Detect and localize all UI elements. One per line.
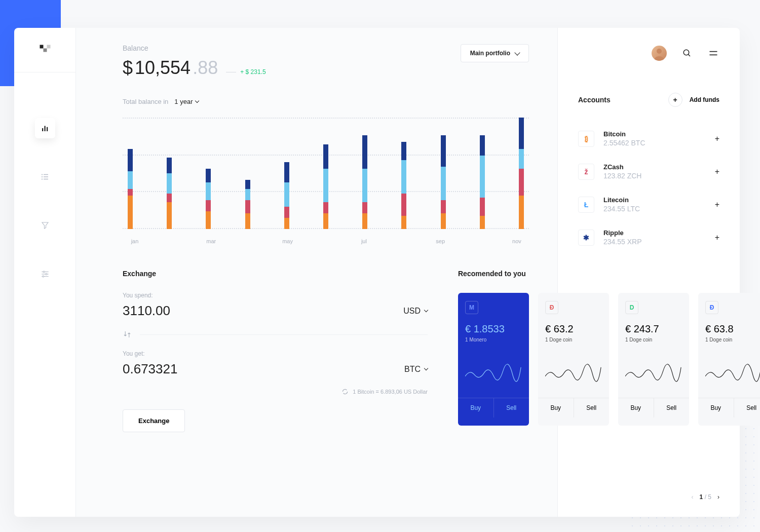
period-row: Total balance in 1 year [123, 98, 529, 105]
account-add[interactable]: + [715, 167, 719, 176]
svg-point-15 [45, 274, 47, 275]
svg-rect-9 [44, 176, 48, 177]
balance-label: Balance [123, 44, 266, 52]
balance-chart: janmarmayjulsepnov [123, 118, 529, 244]
spend-currency-select[interactable]: USD [403, 307, 428, 316]
sidebar-item-list[interactable] [35, 167, 55, 187]
period-value: 1 year [174, 98, 193, 105]
svg-line-20 [688, 54, 690, 56]
card-price: € 1.8533 [465, 323, 522, 335]
swap-icon[interactable] [123, 330, 132, 339]
chevron-down-icon [195, 99, 199, 103]
account-row[interactable]: ₿ Bitcoin 2.55462 BTC + [578, 122, 719, 155]
svg-rect-2 [47, 45, 50, 48]
top-right-bar [578, 44, 719, 62]
account-row[interactable]: ž ZCash 123.82 ZCH + [578, 155, 719, 188]
account-name: Litecoin [603, 196, 706, 204]
price-card[interactable]: M € 1.8533 1 Monero Buy Sell [458, 293, 529, 426]
add-funds-button[interactable]: + Add funds [668, 93, 719, 107]
account-value: 234.55 XRP [603, 238, 706, 246]
sidebar-item-dashboard[interactable] [35, 118, 55, 138]
get-label: You get: [123, 350, 428, 357]
menu-button[interactable] [707, 47, 719, 59]
sell-button[interactable]: Sell [654, 398, 690, 417]
balance-integer: 10,554 [135, 57, 191, 79]
currency-symbol: $ [123, 57, 133, 79]
account-add[interactable]: + [715, 233, 719, 242]
chevron-down-icon [424, 366, 428, 370]
price-card[interactable]: Ð € 63.8 1 Doge coin Buy Sell [698, 293, 760, 426]
account-row[interactable]: Ł Litecoin 234.55 LTC + [578, 188, 719, 221]
buy-button[interactable]: Buy [538, 398, 574, 417]
content: Balance $ 10,554.88 + $ 231.5 Main portf… [76, 28, 557, 517]
svg-rect-5 [47, 127, 48, 131]
card-price: € 63.8 [705, 323, 760, 335]
portfolio-dropdown[interactable]: Main portfolio [461, 44, 529, 62]
spend-label: You spend: [123, 292, 428, 299]
exchange-rate-note: 1 Bitcoin = 6.893,06 US Dollar [123, 388, 428, 395]
rate-text: 1 Bitcoin = 6.893,06 US Dollar [353, 389, 428, 395]
sell-button[interactable]: Sell [494, 398, 529, 417]
spend-value[interactable]: 3110.00 [123, 303, 170, 319]
balance-change: + $ 231.5 [240, 68, 265, 75]
sell-button[interactable]: Sell [574, 398, 610, 417]
chart-bar [519, 118, 524, 229]
sliders-icon [41, 270, 50, 279]
chart-bar [401, 142, 406, 229]
right-panel: Accounts + Add funds ₿ Bitcoin 2.55462 B… [557, 28, 740, 517]
pager-next[interactable]: › [717, 493, 719, 501]
sidebar-item-settings[interactable] [35, 264, 55, 284]
account-value: 123.82 ZCH [603, 172, 706, 180]
xaxis-label: jul [354, 238, 374, 244]
price-cards-row: M € 1.8533 1 Monero Buy Sell Ð € 63.2 1 … [458, 293, 760, 426]
chart-bar [480, 135, 485, 229]
card-price: € 63.2 [545, 323, 602, 335]
svg-point-8 [41, 176, 42, 177]
get-currency-select[interactable]: BTC [404, 365, 428, 374]
account-row[interactable]: ✱ Ripple 234.55 XRP + [578, 221, 719, 254]
chart-bar [206, 169, 211, 229]
price-card[interactable]: Ð € 63.2 1 Doge coin Buy Sell [538, 293, 609, 426]
divider [140, 334, 428, 335]
get-currency-label: BTC [404, 365, 421, 374]
get-value[interactable]: 0.673321 [123, 361, 177, 377]
chevron-down-icon [424, 308, 428, 312]
spend-currency-label: USD [403, 307, 421, 316]
account-value: 2.55462 BTC [603, 139, 706, 147]
period-select[interactable]: 1 year [174, 98, 199, 105]
chart-bar [441, 135, 446, 229]
logo[interactable] [14, 28, 75, 72]
coin-icon: ₿ [578, 131, 594, 147]
chart-bars [123, 118, 529, 229]
recommended-panel: Recomended to you M € 1.8533 1 Monero Bu… [458, 270, 529, 432]
list-icon [41, 172, 50, 181]
xaxis-label: may [278, 238, 298, 244]
svg-rect-4 [44, 126, 45, 132]
buy-button[interactable]: Buy [698, 398, 734, 417]
account-add[interactable]: + [715, 200, 719, 209]
hamburger-icon [708, 48, 718, 58]
sparkline [465, 350, 522, 398]
app-shell: Balance $ 10,554.88 + $ 231.5 Main portf… [14, 28, 740, 517]
recommended-title: Recomended to you [458, 270, 529, 278]
buy-button[interactable]: Buy [458, 398, 494, 417]
sidebar-item-filter[interactable] [35, 215, 55, 236]
search-button[interactable] [681, 47, 693, 59]
account-add[interactable]: + [715, 134, 719, 143]
svg-point-10 [41, 178, 42, 179]
chart-bar [128, 149, 133, 229]
buy-button[interactable]: Buy [618, 398, 654, 417]
pager-prev[interactable]: ‹ [692, 493, 694, 501]
accounts-header: Accounts + Add funds [578, 93, 719, 107]
xaxis-label: jan [125, 238, 145, 244]
accounts-list: ₿ Bitcoin 2.55462 BTC + ž ZCash 123.82 Z… [578, 122, 719, 254]
chart-bar [284, 162, 289, 229]
sidebar-nav [35, 118, 55, 284]
chart-bar [245, 180, 250, 229]
sell-button[interactable]: Sell [734, 398, 761, 417]
price-card[interactable]: D € 243.7 1 Doge coin Buy Sell [618, 293, 689, 426]
pager-current: 1 [700, 493, 703, 501]
avatar[interactable] [652, 46, 667, 61]
sidebar [14, 28, 76, 517]
exchange-button[interactable]: Exchange [123, 409, 185, 432]
